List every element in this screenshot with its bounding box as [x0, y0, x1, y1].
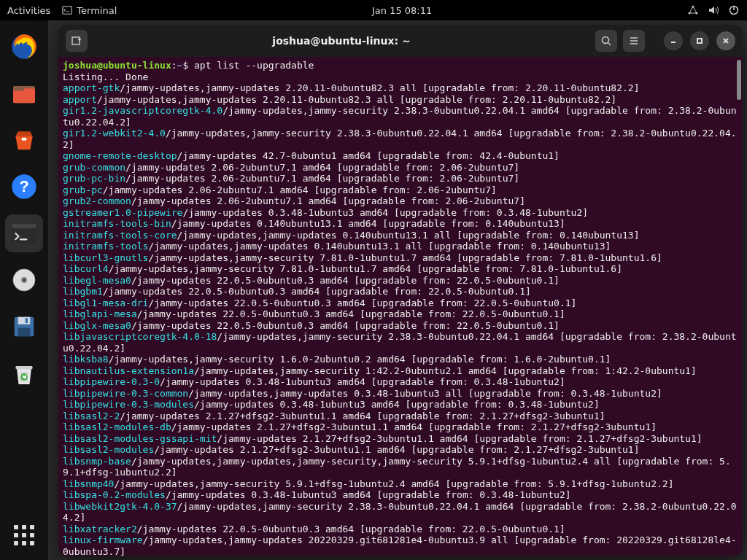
window-title: joshua@ubuntu-linux: ~ — [93, 35, 589, 47]
app-indicator-label: Terminal — [77, 5, 117, 16]
svg-rect-14 — [12, 224, 36, 229]
svg-rect-34 — [697, 39, 702, 43]
svg-rect-0 — [63, 7, 71, 15]
window-maximize-button[interactable] — [690, 31, 709, 50]
svg-rect-10 — [22, 138, 27, 141]
svg-rect-25 — [72, 37, 80, 44]
window-titlebar: joshua@ubuntu-linux: ~ — [58, 25, 743, 57]
dock-files[interactable] — [5, 74, 43, 112]
power-icon[interactable] — [728, 4, 740, 16]
dock: ? — [0, 20, 48, 560]
window-close-button[interactable] — [716, 31, 735, 50]
terminal-window: joshua@ubuntu-linux: ~ joshua@ubuntu-lin… — [58, 25, 743, 556]
search-button[interactable] — [595, 30, 617, 52]
svg-point-18 — [23, 279, 25, 281]
activities-button[interactable]: Activities — [7, 5, 50, 16]
dock-trash[interactable] — [5, 354, 43, 392]
svg-rect-23 — [15, 366, 32, 369]
volume-icon[interactable] — [708, 4, 719, 16]
svg-text:?: ? — [19, 177, 28, 195]
dock-save-disk[interactable] — [5, 308, 43, 346]
dock-terminal[interactable] — [5, 214, 43, 252]
terminal-icon — [62, 5, 72, 15]
svg-rect-20 — [18, 317, 31, 324]
show-applications-button[interactable] — [5, 516, 43, 554]
svg-line-29 — [608, 43, 611, 45]
svg-point-28 — [603, 37, 609, 44]
window-minimize-button[interactable] — [664, 31, 683, 50]
dock-help[interactable]: ? — [5, 168, 43, 206]
scrollbar-thumb[interactable] — [737, 60, 741, 100]
dock-disc[interactable] — [5, 261, 43, 299]
svg-rect-22 — [26, 318, 28, 323]
dock-software[interactable] — [5, 121, 43, 159]
new-tab-button[interactable] — [66, 30, 88, 52]
hamburger-menu-button[interactable] — [623, 30, 645, 52]
svg-rect-9 — [13, 86, 24, 91]
app-indicator[interactable]: Terminal — [62, 5, 117, 16]
svg-rect-21 — [18, 328, 31, 337]
clock[interactable]: Jan 15 08:11 — [372, 5, 432, 16]
gnome-top-bar: Activities Terminal Jan 15 08:11 — [0, 0, 747, 20]
network-icon[interactable] — [687, 4, 699, 16]
terminal-content[interactable]: joshua@ubuntu-linux:~$ apt list --upgrad… — [58, 57, 743, 556]
dock-firefox[interactable] — [5, 28, 43, 66]
